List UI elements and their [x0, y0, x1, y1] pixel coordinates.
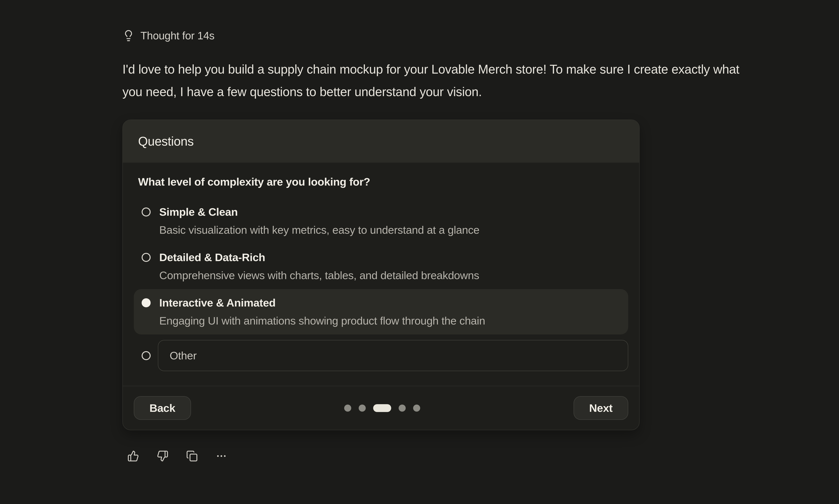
pagination-dot-active	[373, 404, 391, 412]
pagination-dot	[344, 404, 351, 412]
card-title: Questions	[138, 134, 194, 148]
more-options-button[interactable]	[215, 450, 227, 462]
radio-unselected-icon[interactable]	[142, 351, 151, 360]
option-title: Detailed & Data-Rich	[159, 248, 479, 266]
radio-unselected-icon[interactable]	[142, 253, 151, 262]
option-detailed-data-rich[interactable]: Detailed & Data-Rich Comprehensive views…	[134, 244, 628, 289]
copy-button[interactable]	[186, 450, 198, 462]
card-body: What level of complexity are you looking…	[123, 163, 639, 386]
lightbulb-icon	[122, 30, 135, 42]
option-description: Engaging UI with animations showing prod…	[159, 312, 485, 330]
questions-card: Questions What level of complexity are y…	[122, 120, 640, 430]
option-description: Comprehensive views with charts, tables,…	[159, 266, 479, 284]
option-interactive-animated[interactable]: Interactive & Animated Engaging UI with …	[134, 289, 628, 335]
back-button[interactable]: Back	[134, 396, 191, 420]
other-option-input[interactable]	[158, 340, 628, 371]
card-header: Questions	[123, 120, 639, 163]
option-title: Simple & Clean	[159, 203, 479, 221]
thought-toggle[interactable]: Thought for 14s	[122, 29, 214, 42]
thumbs-down-button[interactable]	[157, 450, 169, 462]
pagination-dot	[413, 404, 420, 412]
option-title: Interactive & Animated	[159, 294, 485, 312]
assistant-message-text: I'd love to help you build a supply chai…	[122, 58, 755, 103]
option-description: Basic visualization with key metrics, ea…	[159, 221, 479, 239]
copy-icon	[186, 450, 198, 462]
thumbs-up-button[interactable]	[127, 450, 139, 462]
pagination-dot	[399, 404, 406, 412]
pagination-dot	[359, 404, 366, 412]
thumbs-down-icon	[157, 450, 169, 462]
question-text: What level of complexity are you looking…	[138, 175, 628, 189]
radio-selected-icon[interactable]	[142, 298, 151, 307]
pagination	[191, 404, 574, 412]
options-list: Simple & Clean Basic visualization with …	[134, 198, 628, 371]
next-button[interactable]: Next	[574, 396, 628, 420]
thumbs-up-icon	[127, 450, 139, 462]
option-simple-clean[interactable]: Simple & Clean Basic visualization with …	[134, 198, 628, 244]
message-actions	[127, 450, 839, 462]
card-footer: Back Next	[123, 386, 639, 430]
thought-label: Thought for 14s	[140, 29, 214, 42]
ellipsis-icon	[215, 450, 227, 462]
option-other[interactable]	[134, 335, 628, 371]
radio-unselected-icon[interactable]	[142, 208, 151, 216]
chat-message-container: Thought for 14s I'd love to help you bui…	[0, 0, 839, 462]
